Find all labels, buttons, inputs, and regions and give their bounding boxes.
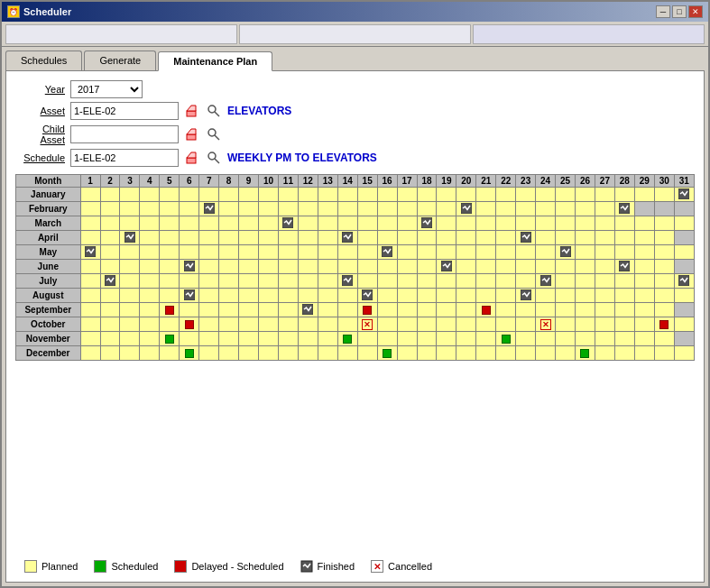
calendar-cell[interactable]	[219, 317, 239, 332]
calendar-cell[interactable]	[634, 188, 654, 202]
calendar-cell[interactable]	[556, 289, 576, 303]
calendar-cell[interactable]	[576, 289, 595, 303]
calendar-cell[interactable]	[140, 332, 160, 346]
calendar-cell[interactable]	[634, 317, 654, 332]
child-asset-eraser-button[interactable]	[184, 126, 200, 142]
calendar-cell[interactable]	[496, 231, 516, 245]
calendar-cell[interactable]	[140, 188, 160, 202]
calendar-cell[interactable]	[357, 303, 377, 317]
calendar-cell[interactable]	[437, 346, 456, 361]
calendar-cell[interactable]	[120, 303, 140, 317]
calendar-cell[interactable]	[417, 245, 437, 260]
calendar-cell[interactable]	[100, 346, 120, 361]
calendar-cell[interactable]	[377, 317, 397, 332]
asset-eraser-button[interactable]	[184, 103, 200, 119]
calendar-cell[interactable]	[80, 202, 100, 216]
calendar-cell[interactable]	[199, 216, 219, 231]
calendar-cell[interactable]	[417, 260, 437, 274]
calendar-cell[interactable]	[437, 260, 456, 274]
calendar-cell[interactable]	[417, 188, 437, 202]
calendar-cell[interactable]	[337, 260, 357, 274]
calendar-cell[interactable]	[100, 332, 120, 346]
calendar-cell[interactable]	[377, 289, 397, 303]
calendar-cell[interactable]	[199, 202, 219, 216]
calendar-cell[interactable]	[298, 317, 318, 332]
calendar-cell[interactable]	[140, 216, 160, 231]
calendar-cell[interactable]	[476, 245, 496, 260]
calendar-cell[interactable]: ✕	[536, 317, 556, 332]
calendar-cell[interactable]	[239, 274, 259, 289]
calendar-cell[interactable]	[595, 332, 614, 346]
calendar-cell[interactable]	[496, 346, 516, 361]
calendar-cell[interactable]	[160, 317, 180, 332]
calendar-cell[interactable]	[496, 188, 516, 202]
calendar-cell[interactable]	[120, 289, 140, 303]
calendar-cell[interactable]	[417, 346, 437, 361]
calendar-cell[interactable]	[140, 202, 160, 216]
calendar-cell[interactable]	[357, 188, 377, 202]
calendar-cell[interactable]	[634, 274, 654, 289]
calendar-cell[interactable]	[239, 202, 259, 216]
calendar-cell[interactable]	[80, 260, 100, 274]
calendar-cell[interactable]	[634, 332, 654, 346]
calendar-cell[interactable]	[377, 346, 397, 361]
calendar-cell[interactable]	[80, 188, 100, 202]
calendar-cell[interactable]	[397, 188, 417, 202]
calendar-cell[interactable]	[140, 231, 160, 245]
calendar-cell[interactable]	[674, 332, 694, 346]
calendar-cell[interactable]	[536, 346, 556, 361]
calendar-cell[interactable]	[556, 188, 576, 202]
calendar-cell[interactable]	[259, 260, 279, 274]
calendar-cell[interactable]	[357, 274, 377, 289]
calendar-cell[interactable]	[456, 289, 476, 303]
calendar-cell[interactable]	[614, 216, 634, 231]
calendar-cell[interactable]	[437, 202, 456, 216]
calendar-cell[interactable]	[219, 231, 239, 245]
calendar-cell[interactable]	[556, 231, 576, 245]
calendar-cell[interactable]	[140, 260, 160, 274]
calendar-cell[interactable]	[654, 317, 674, 332]
calendar-cell[interactable]	[397, 260, 417, 274]
calendar-cell[interactable]	[259, 346, 279, 361]
calendar-cell[interactable]	[120, 274, 140, 289]
calendar-cell[interactable]	[80, 216, 100, 231]
calendar-cell[interactable]	[318, 346, 337, 361]
calendar-cell[interactable]	[80, 231, 100, 245]
calendar-cell[interactable]	[357, 346, 377, 361]
calendar-cell[interactable]	[377, 202, 397, 216]
calendar-cell[interactable]	[654, 274, 674, 289]
calendar-cell[interactable]	[180, 216, 199, 231]
calendar-cell[interactable]	[556, 303, 576, 317]
calendar-cell[interactable]	[456, 303, 476, 317]
calendar-cell[interactable]	[516, 216, 536, 231]
child-asset-input[interactable]	[70, 125, 179, 143]
calendar-cell[interactable]	[437, 216, 456, 231]
calendar-cell[interactable]	[556, 202, 576, 216]
calendar-cell[interactable]	[496, 289, 516, 303]
calendar-cell[interactable]	[120, 332, 140, 346]
calendar-cell[interactable]	[259, 245, 279, 260]
calendar-cell[interactable]	[278, 216, 298, 231]
calendar-cell[interactable]	[496, 317, 516, 332]
calendar-cell[interactable]	[437, 245, 456, 260]
calendar-cell[interactable]	[576, 346, 595, 361]
calendar-cell[interactable]	[100, 188, 120, 202]
calendar-cell[interactable]	[180, 317, 199, 332]
calendar-cell[interactable]	[595, 245, 614, 260]
calendar-cell[interactable]	[456, 216, 476, 231]
calendar-cell[interactable]	[160, 274, 180, 289]
calendar-cell[interactable]	[496, 332, 516, 346]
calendar-cell[interactable]	[80, 289, 100, 303]
year-select[interactable]: 2017 2018 2016	[70, 80, 143, 98]
calendar-cell[interactable]	[140, 289, 160, 303]
calendar-cell[interactable]	[417, 303, 437, 317]
calendar-cell[interactable]	[80, 303, 100, 317]
calendar-cell[interactable]	[298, 346, 318, 361]
calendar-cell[interactable]	[437, 317, 456, 332]
calendar-cell[interactable]	[219, 245, 239, 260]
calendar-cell[interactable]	[576, 216, 595, 231]
calendar-cell[interactable]	[397, 289, 417, 303]
calendar-cell[interactable]	[476, 346, 496, 361]
calendar-cell[interactable]	[674, 231, 694, 245]
calendar-cell[interactable]	[219, 188, 239, 202]
